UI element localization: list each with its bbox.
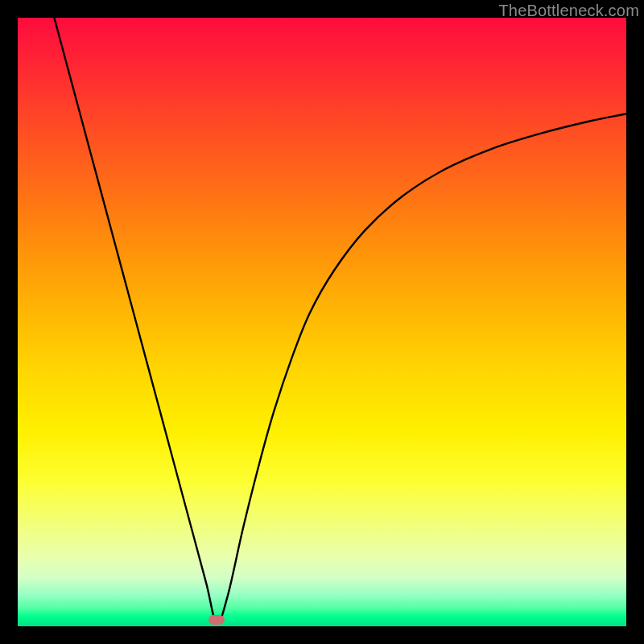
- plot-area: [18, 18, 626, 626]
- watermark-text: TheBottleneck.com: [498, 2, 639, 20]
- bottleneck-curve: [18, 18, 626, 626]
- chart-frame: TheBottleneck.com: [0, 0, 644, 644]
- optimal-point-marker: [208, 615, 225, 625]
